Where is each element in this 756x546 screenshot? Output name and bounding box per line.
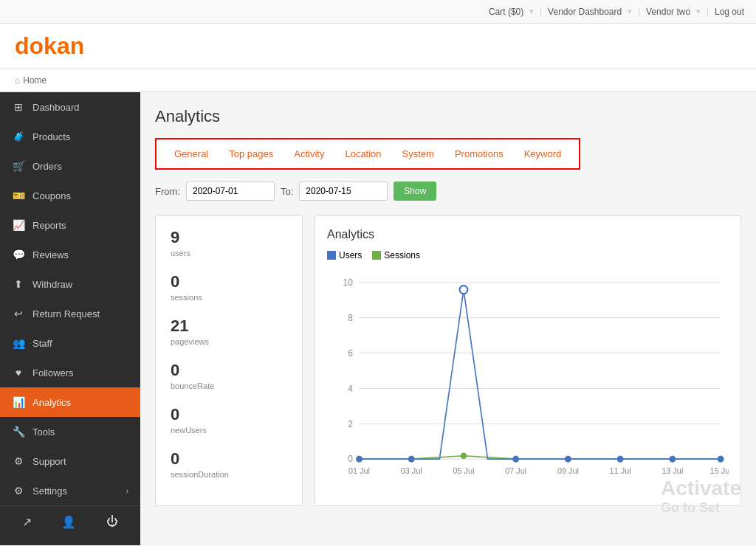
logo-d: d [15, 32, 30, 59]
sidebar-item-support[interactable]: ⚙ Support [0, 446, 140, 476]
tab-bar: GeneralTop pagesActivityLocationSystemPr… [155, 138, 580, 170]
vendor-two-button[interactable]: Vendor two [646, 7, 690, 17]
main-content: Analytics GeneralTop pagesActivityLocati… [140, 92, 756, 521]
sidebar-label-support: Support [32, 456, 66, 467]
sidebar-label-withdraw: Withdraw [32, 279, 72, 290]
sidebar-label-analytics: Analytics [32, 397, 71, 408]
legend-sessions: Sessions [372, 250, 420, 260]
sep2: | [540, 7, 542, 16]
followers-icon: ♥ [12, 367, 25, 379]
chart-legend: Users Sessions [327, 250, 729, 260]
stat-label-newUsers: newUsers [171, 426, 287, 435]
stat-value-sessions: 0 [171, 272, 287, 291]
logo-rest: okan [30, 32, 85, 59]
main-wrapper: Analytics GeneralTop pagesActivityLocati… [140, 92, 756, 545]
home-icon: ⌂ [15, 75, 20, 86]
sidebar-label-followers: Followers [32, 367, 74, 379]
arrow-icon: › [126, 487, 128, 495]
analytics-icon: 📊 [12, 396, 25, 408]
cart-button[interactable]: Cart ($0) [489, 7, 523, 17]
settings-icon: ⚙ [12, 485, 25, 497]
page-title: Analytics [155, 107, 741, 126]
home-link[interactable]: Home [23, 75, 47, 86]
chart-panel: Analytics Users Sessions [315, 215, 741, 506]
header: dokan [0, 24, 756, 69]
staff-icon: 👥 [12, 337, 25, 349]
sidebar-label-reports: Reports [32, 220, 66, 231]
tab-activity[interactable]: Activity [285, 145, 333, 162]
sidebar-item-products[interactable]: 🧳 Products [0, 122, 140, 151]
sidebar-item-dashboard[interactable]: ⊞ Dashboard [0, 92, 140, 122]
svg-point-28 [356, 456, 362, 463]
sidebar-label-coupons: Coupons [32, 190, 71, 201]
stat-value-newUsers: 0 [171, 405, 287, 424]
stat-newUsers: 0 newUsers [171, 405, 287, 435]
svg-text:07 Jul: 07 Jul [505, 466, 526, 475]
sidebar-item-return-request[interactable]: ↩ Return Request [0, 299, 140, 328]
stat-label-sessionDuration: sessionDuration [171, 470, 287, 479]
stats-panel: 9 users 0 sessions 21 pageviews 0 bounce… [155, 215, 303, 506]
tab-system[interactable]: System [394, 145, 443, 162]
svg-point-29 [408, 456, 415, 463]
sidebar-item-withdraw[interactable]: ⬆ Withdraw [0, 269, 140, 299]
svg-text:0: 0 [348, 454, 353, 464]
layout: ⊞ Dashboard 🧳 Products 🛒 Orders 🎫 Coupon… [0, 92, 756, 545]
tab-location[interactable]: Location [336, 145, 390, 162]
sidebar-item-reviews[interactable]: 💬 Reviews [0, 240, 140, 269]
bottom-icon-1[interactable]: 👤 [61, 515, 76, 529]
svg-point-32 [565, 456, 571, 463]
tab-keyword[interactable]: Keyword [515, 145, 571, 162]
vendor-dashboard-button[interactable]: Vendor Dashboard [548, 7, 622, 17]
reports-icon: 📈 [12, 219, 25, 231]
products-icon: 🧳 [12, 131, 25, 142]
reviews-icon: 💬 [12, 249, 25, 260]
legend-label-sessions: Sessions [384, 250, 420, 260]
tab-promotions[interactable]: Promotions [446, 145, 512, 162]
sidebar: ⊞ Dashboard 🧳 Products 🛒 Orders 🎫 Coupon… [0, 92, 140, 545]
from-date-input[interactable] [186, 182, 275, 201]
svg-text:09 Jul: 09 Jul [557, 466, 579, 475]
coupons-icon: 🎫 [12, 190, 25, 201]
svg-point-33 [617, 456, 624, 463]
to-date-input[interactable] [299, 182, 388, 201]
svg-text:15 Jul: 15 Jul [710, 466, 729, 475]
return-request-icon: ↩ [12, 308, 25, 319]
orders-icon: 🛒 [12, 160, 25, 172]
dashboard-icon: ⊞ [12, 101, 25, 113]
sidebar-label-settings: Settings [32, 485, 67, 497]
stat-users: 9 users [171, 228, 287, 258]
content-area: 9 users 0 sessions 21 pageviews 0 bounce… [155, 215, 741, 506]
sidebar-item-analytics[interactable]: 📊 Analytics [0, 387, 140, 417]
sidebar-item-staff[interactable]: 👥 Staff [0, 328, 140, 358]
stat-value-bounceRate: 0 [171, 361, 287, 380]
stat-pageviews: 21 pageviews [171, 317, 287, 346]
legend-users: Users [327, 250, 362, 260]
tab-top-pages[interactable]: Top pages [220, 145, 282, 162]
sidebar-label-products: Products [32, 131, 70, 142]
stat-value-sessionDuration: 0 [171, 449, 287, 469]
stat-sessions: 0 sessions [171, 272, 287, 302]
sidebar-item-orders[interactable]: 🛒 Orders [0, 151, 140, 181]
svg-text:4: 4 [348, 384, 353, 394]
tab-general[interactable]: General [165, 145, 217, 162]
stat-value-pageviews: 21 [171, 317, 287, 336]
svg-text:6: 6 [348, 348, 353, 359]
sidebar-item-settings[interactable]: ⚙ Settings › [0, 476, 140, 505]
logout-button[interactable]: Log out [715, 7, 744, 17]
sidebar-label-orders: Orders [32, 161, 62, 172]
sep3: ▾ [628, 7, 632, 16]
svg-text:03 Jul: 03 Jul [401, 466, 422, 475]
sidebar-item-tools[interactable]: 🔧 Tools [0, 417, 140, 446]
stat-bounceRate: 0 bounceRate [171, 361, 287, 390]
to-label: To: [281, 186, 293, 197]
sidebar-item-coupons[interactable]: 🎫 Coupons [0, 181, 140, 210]
show-button[interactable]: Show [394, 182, 436, 201]
sidebar-item-reports[interactable]: 📈 Reports [0, 210, 140, 240]
stat-label-pageviews: pageviews [171, 337, 287, 346]
bottom-icon-0[interactable]: ↗ [22, 515, 32, 529]
stat-sessionDuration: 0 sessionDuration [171, 449, 287, 479]
sidebar-item-followers[interactable]: ♥ Followers [0, 358, 140, 387]
bottom-icon-2[interactable]: ⏻ [106, 515, 118, 529]
svg-text:8: 8 [348, 313, 353, 323]
sidebar-label-dashboard: Dashboard [32, 102, 80, 113]
